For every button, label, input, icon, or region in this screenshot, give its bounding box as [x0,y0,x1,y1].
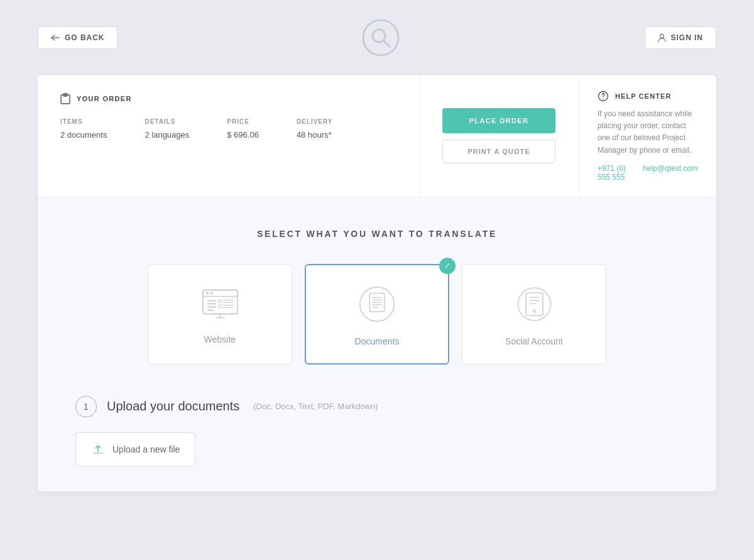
go-back-button[interactable]: GO BACK [38,26,117,49]
svg-rect-15 [207,307,216,308]
place-order-button[interactable]: PLACE ORDER [442,108,555,133]
svg-point-21 [360,287,394,321]
svg-rect-16 [207,310,214,311]
order-title: YOUR ORDER [60,93,396,104]
arrow-left-icon [51,35,60,41]
svg-point-1 [363,20,398,55]
header: GO BACK SIGN IN [0,0,754,75]
upload-icon [91,443,105,456]
website-label: Website [204,334,236,344]
sign-in-button[interactable]: SIGN IN [645,26,716,49]
help-phone: +971 (0) 555 555 [598,164,635,182]
svg-point-8 [603,99,604,100]
social-account-icon [517,282,552,326]
upload-new-file-button[interactable]: Upload a new file [75,432,195,466]
translate-title: SELECT WHAT YOU WANT TO TRANSLATE [75,229,679,239]
documents-icon [358,282,396,326]
user-icon [658,33,666,42]
svg-point-11 [206,292,209,295]
social-account-card[interactable]: Social Account [462,264,606,365]
website-card[interactable]: Website [148,264,292,365]
upload-header: 1 Upload your documents (Doc, Docx, Text… [75,396,679,417]
svg-rect-13 [207,300,216,302]
social-account-label: Social Account [505,336,563,346]
order-actions: PLACE ORDER PRINT A QUOTE [419,75,578,197]
translate-options: Website ✓ Documents [75,264,679,365]
upload-btn-label: Upload a new file [112,444,180,454]
translate-section: SELECT WHAT YOU WANT TO TRANSLATE [38,197,716,491]
website-icon [200,283,241,324]
print-quote-button[interactable]: PRINT A QUOTE [442,140,555,163]
order-section: YOUR ORDER ITEMS 2 documents DETAILS 2 l… [38,75,716,197]
svg-line-3 [383,40,390,47]
logo [361,18,401,58]
upload-area: 1 Upload your documents (Doc, Docx, Text… [75,396,679,466]
order-items: ITEMS 2 documents DETAILS 2 languages PR… [60,118,396,140]
help-section: HELP CENTER If you need assistance while… [578,75,716,197]
documents-card[interactable]: ✓ Documents [305,264,449,365]
svg-point-12 [210,292,213,295]
details-col: DETAILS 2 languages [145,118,189,140]
help-icon [598,91,609,102]
upload-title: Upload your documents [107,399,239,414]
items-col: ITEMS 2 documents [60,118,107,140]
delivery-col: DELIVERY 48 hours* [297,118,333,140]
order-left: YOUR ORDER ITEMS 2 documents DETAILS 2 l… [38,75,419,197]
step-circle: 1 [75,396,97,417]
price-col: PRICE $ 696.06 [227,118,259,140]
svg-rect-18 [219,305,232,308]
svg-point-33 [533,310,535,312]
svg-rect-17 [219,300,232,303]
selected-check: ✓ [439,258,456,274]
help-email: help@qtest.com [643,164,697,182]
svg-rect-14 [207,304,216,305]
help-title: HELP CENTER [598,91,697,102]
upload-subtitle: (Doc, Docx, Text, PDF, Markdown) [253,402,378,411]
documents-label: Documents [355,336,400,346]
clipboard-icon [60,93,70,104]
svg-point-4 [660,35,664,38]
help-description: If you need assistance while placing you… [598,108,697,156]
help-contacts: +971 (0) 555 555 help@qtest.com [598,164,697,182]
main-container: YOUR ORDER ITEMS 2 documents DETAILS 2 l… [38,75,716,491]
